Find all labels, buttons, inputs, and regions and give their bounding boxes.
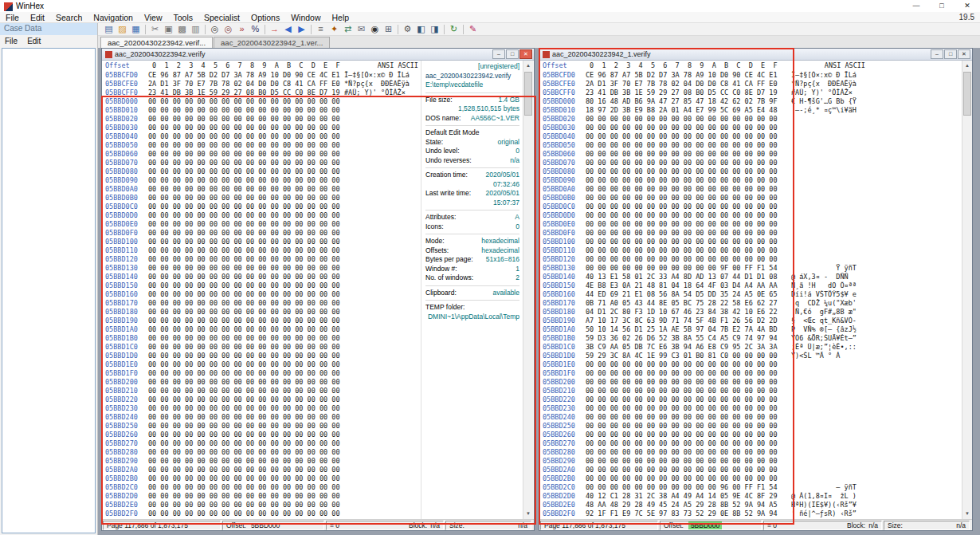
row-hex-bytes[interactable]: 00 00 00 00 00 00 00 00 00 00 00 00 00 0… — [586, 378, 782, 387]
hex-row[interactable]: 05BBD2C000 00 00 00 00 00 00 00 00 00 00… — [539, 483, 868, 492]
row-hex-bytes[interactable]: 00 00 00 00 00 00 00 00 00 00 00 00 00 0… — [586, 404, 782, 413]
row-ascii[interactable] — [791, 439, 868, 448]
row-hex-bytes[interactable]: 00 00 00 00 00 00 00 00 00 00 00 00 00 0… — [148, 203, 344, 211]
row-hex-bytes[interactable]: 00 00 00 00 00 00 00 00 00 00 00 00 00 0… — [148, 369, 344, 378]
row-hex-bytes[interactable]: 23 41 DB 3B 1E 59 29 27 08 B0 D5 CC C0 8… — [586, 89, 782, 97]
hex-row[interactable]: 05BBD26000 00 00 00 00 00 00 00 00 00 00… — [539, 431, 868, 439]
row-hex-bytes[interactable]: 50 10 14 56 D1 25 1A AE 5B 97 04 7B E2 7… — [586, 325, 782, 334]
row-ascii[interactable] — [791, 474, 868, 483]
scrollbar-thumb[interactable] — [524, 72, 532, 116]
row-ascii[interactable] — [344, 141, 421, 150]
hex-row[interactable]: 05BBCFF023 41 DB 3B 1E 59 29 27 08 B0 D5… — [539, 89, 868, 97]
hex-row[interactable]: 05BBD22000 00 00 00 00 00 00 00 00 00 00… — [539, 395, 868, 404]
row-hex-bytes[interactable]: 00 00 00 00 00 00 00 00 00 00 00 00 00 0… — [586, 431, 782, 439]
forward-icon[interactable]: ▶ — [295, 23, 308, 35]
row-ascii[interactable] — [344, 431, 421, 439]
menu-item-window[interactable]: Window — [285, 13, 326, 22]
case-menu-file[interactable]: File — [0, 37, 22, 45]
row-hex-bytes[interactable]: 00 00 00 00 00 00 00 00 00 00 00 00 00 0… — [148, 159, 344, 167]
row-ascii[interactable] — [344, 115, 421, 124]
row-hex-bytes[interactable]: 00 00 00 00 00 00 00 00 00 00 00 00 00 0… — [148, 194, 344, 203]
row-ascii[interactable] — [344, 264, 421, 273]
hex-row[interactable]: 05BBD1C03B C9 AA 05 DB 7C E6 3B 94 A6 E8… — [539, 343, 868, 352]
row-hex-bytes[interactable]: 00 00 00 00 00 00 00 00 00 00 00 00 00 0… — [148, 448, 344, 457]
row-ascii[interactable]: N¸ã !H dO Ô¤ªª — [791, 281, 868, 290]
hex-row[interactable]: 05BBD1F000 00 00 00 00 00 00 00 00 00 00… — [102, 369, 421, 378]
hex-row[interactable]: 05BBD17000 00 00 00 00 00 00 00 00 00 00… — [102, 299, 421, 308]
row-hex-bytes[interactable]: 00 00 00 00 00 00 00 00 00 00 00 00 00 0… — [148, 439, 344, 448]
row-ascii[interactable]: ;Éª Û|æ;”¦èÉ•,:: — [791, 343, 868, 352]
row-hex-bytes[interactable]: 00 00 00 00 00 00 00 00 00 00 00 00 00 0… — [586, 229, 782, 238]
hex-row[interactable]: 05BBD0E000 00 00 00 00 00 00 00 00 00 00… — [102, 220, 421, 229]
hex-row[interactable]: 05BBD03000 00 00 00 00 00 00 00 00 00 00… — [539, 124, 868, 132]
row-hex-bytes[interactable]: 00 00 00 00 00 00 00 00 00 00 00 00 00 0… — [148, 431, 344, 439]
hex-row[interactable]: 05BBD0D000 00 00 00 00 00 00 00 00 00 00… — [539, 211, 868, 220]
row-hex-bytes[interactable]: 00 00 00 00 00 00 00 00 00 00 00 00 00 0… — [586, 395, 782, 404]
row-hex-bytes[interactable]: 00 00 00 00 00 00 00 00 00 00 00 00 00 0… — [586, 124, 782, 132]
row-ascii[interactable] — [344, 352, 421, 360]
row-ascii[interactable] — [791, 255, 868, 264]
row-ascii[interactable]: Î–‡§[Ò×:x© Ð ÎLá — [791, 71, 868, 80]
hex-row[interactable]: 05BBD1504E B8 E3 0A 21 48 81 04 18 64 4F… — [539, 281, 868, 290]
row-ascii[interactable] — [344, 159, 421, 167]
row-hex-bytes[interactable]: 18 97 2D 3B E9 B8 2A 01 A4 E7 99 5C 69 A… — [586, 106, 782, 115]
hex-row[interactable]: 05BBD1F000 00 00 00 00 00 00 00 00 00 00… — [539, 369, 868, 378]
row-hex-bytes[interactable]: 48 AA 48 29 28 49 45 24 A5 29 28 8B 52 9… — [586, 501, 782, 509]
row-ascii[interactable] — [344, 246, 421, 255]
menu-item-options[interactable]: Options — [245, 13, 285, 22]
find-text-icon[interactable]: ◎ — [208, 23, 221, 35]
row-hex-bytes[interactable]: 00 00 00 00 00 00 00 00 00 00 00 00 00 0… — [586, 220, 782, 229]
row-hex-bytes[interactable]: 0B 71 A0 05 43 44 8E 05 BC 75 28 22 58 E… — [586, 299, 782, 308]
block-end-icon[interactable]: ◨ — [428, 23, 441, 35]
row-hex-bytes[interactable]: 00 00 00 00 00 00 00 00 00 00 00 00 00 0… — [148, 106, 344, 115]
hex-row[interactable]: 05BBD21000 00 00 00 00 00 00 00 00 00 00… — [539, 387, 868, 395]
hex-row[interactable]: 05BBD22000 00 00 00 00 00 00 00 00 00 00… — [102, 395, 421, 404]
row-hex-bytes[interactable]: 59 D3 36 02 26 D6 52 3B 8A 55 C4 A5 C9 7… — [586, 334, 782, 343]
row-ascii[interactable] — [344, 238, 421, 246]
copy-block-icon[interactable]: ▣ — [162, 23, 175, 35]
row-hex-bytes[interactable]: 00 00 00 00 00 00 00 00 00 00 00 00 00 0… — [148, 124, 344, 132]
row-hex-bytes[interactable]: 00 00 00 00 00 00 00 00 00 00 00 00 00 0… — [148, 413, 344, 422]
hex-row[interactable]: 05BBD19000 00 00 00 00 00 00 00 00 00 00… — [102, 317, 421, 325]
row-ascii[interactable] — [344, 132, 421, 141]
row-hex-bytes[interactable]: 00 00 00 00 00 00 00 00 00 00 00 00 00 0… — [148, 466, 344, 474]
hex-row[interactable]: 05BBD15000 00 00 00 00 00 00 00 00 00 00… — [102, 281, 421, 290]
row-ascii[interactable]: Ÿ ÿñT — [791, 264, 868, 273]
close-button[interactable]: ✕ — [955, 0, 980, 12]
hex-row[interactable]: 05BBD06000 00 00 00 00 00 00 00 00 00 00… — [539, 150, 868, 159]
row-ascii[interactable]: *Ñ?pç{x ÐÐÈAÊÿà — [344, 80, 421, 89]
row-hex-bytes[interactable]: 59 29 3C 8A 4C 1E 99 C3 01 B0 81 C0 00 0… — [586, 352, 782, 360]
menu-item-edit[interactable]: Edit — [25, 13, 50, 22]
row-ascii[interactable] — [791, 413, 868, 422]
row-hex-bytes[interactable]: 00 00 00 00 00 00 00 00 00 00 00 00 00 0… — [586, 360, 782, 369]
refresh-icon[interactable]: ↻ — [447, 23, 461, 35]
row-hex-bytes[interactable]: 00 00 00 00 00 00 00 00 00 00 00 00 00 0… — [586, 369, 782, 378]
row-ascii[interactable] — [344, 466, 421, 474]
row-hex-bytes[interactable]: 00 00 00 00 00 00 00 00 00 00 00 00 00 0… — [148, 317, 344, 325]
row-ascii[interactable]: #AÛ; Y)' °ÕÌÀŽ× — [344, 89, 421, 97]
row-ascii[interactable] — [791, 167, 868, 176]
hex-row[interactable]: 05BBD1A050 10 14 56 D1 25 1A AE 5B 97 04… — [539, 325, 868, 334]
row-hex-bytes[interactable]: 00 00 00 00 00 00 00 00 00 00 00 9F 00 F… — [586, 264, 782, 273]
row-ascii[interactable] — [344, 273, 421, 281]
row-ascii[interactable]: #AÛ; Y)' °ÕÌÀŽ× — [791, 89, 868, 97]
row-ascii[interactable] — [344, 124, 421, 132]
row-ascii[interactable]: € H-¶šG'…G Bb {Ÿ — [791, 97, 868, 106]
row-hex-bytes[interactable]: 00 00 00 00 00 00 00 00 00 00 00 00 00 0… — [148, 97, 344, 106]
hex-row[interactable]: 05BBD27000 00 00 00 00 00 00 00 00 00 00… — [102, 439, 421, 448]
calculator-icon[interactable]: ⊞ — [382, 23, 395, 35]
child-titlebar[interactable]: aac_20200430223942.verify – □ ✕ — [102, 49, 534, 61]
row-hex-bytes[interactable]: 00 00 00 00 00 00 00 00 00 00 00 00 00 0… — [148, 264, 344, 273]
row-ascii[interactable] — [344, 360, 421, 369]
row-hex-bytes[interactable]: 00 00 00 00 00 00 00 00 00 00 00 00 00 0… — [148, 457, 344, 466]
row-ascii[interactable] — [344, 387, 421, 395]
hex-row[interactable]: 05BBD1E000 00 00 00 00 00 00 00 00 00 00… — [539, 360, 868, 369]
hex-row[interactable]: 05BBCFE02A D1 3F 70 E7 7B 78 02 04 D0 D0… — [102, 80, 421, 89]
hex-row[interactable]: 05BBD07000 00 00 00 00 00 00 00 00 00 00… — [539, 159, 868, 167]
row-hex-bytes[interactable]: 40 13 E1 58 01 2C 33 A4 8D AD 13 07 44 D… — [586, 273, 782, 281]
hex-row[interactable]: 05BBD00080 16 48 AD B6 9A 47 27 85 47 18… — [539, 97, 868, 106]
row-hex-bytes[interactable]: 00 00 00 00 00 00 00 00 00 00 00 00 00 0… — [586, 132, 782, 141]
row-hex-bytes[interactable]: 00 00 00 00 00 00 00 00 00 00 00 00 00 0… — [148, 220, 344, 229]
hex-row[interactable]: 05BBD2D000 00 00 00 00 00 00 00 00 00 00… — [102, 492, 421, 501]
hex-row[interactable]: 05BBD10000 00 00 00 00 00 00 00 00 00 00… — [539, 238, 868, 246]
